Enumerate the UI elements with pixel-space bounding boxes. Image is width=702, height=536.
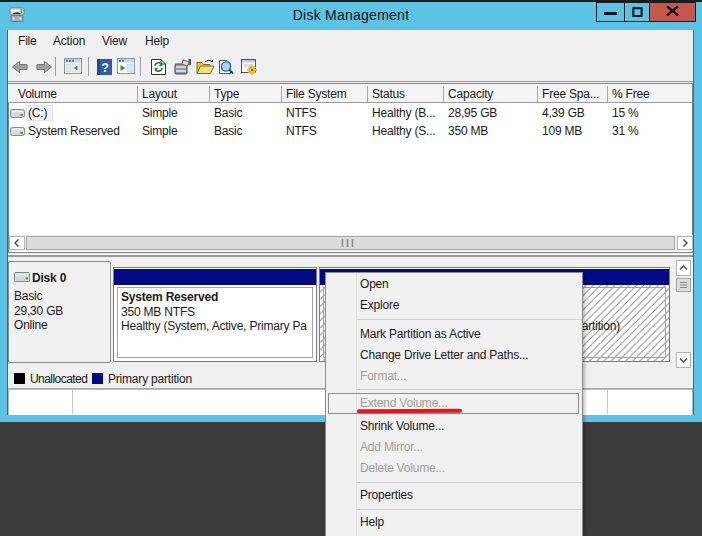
svg-text:?: ?	[101, 61, 108, 75]
